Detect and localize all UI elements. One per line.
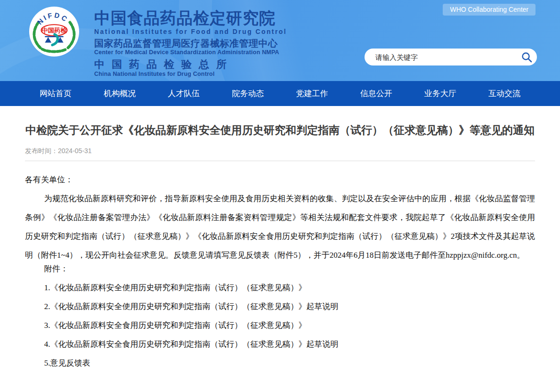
attachment-link[interactable]: 1.《化妆品新原料安全使用历史研究和判定指南（试行）（征求意见稿）》 xyxy=(25,278,535,297)
nav-item-interaction[interactable]: 互动交流 xyxy=(472,88,536,99)
notice-paragraph: 为规范化妆品新原料研究和评价，指导新原料安全使用及食用历史相关资料的收集、判定以… xyxy=(25,189,535,265)
nav-item-overview[interactable]: 机构概况 xyxy=(88,88,152,99)
search-box xyxy=(365,49,537,65)
title-divider xyxy=(25,161,535,161)
nav-item-party[interactable]: 党建工作 xyxy=(280,88,344,99)
attachment-link[interactable]: 3.《化妆品新原料安全食用历史研究和判定指南（试行）（征求意见稿）》 xyxy=(25,316,535,335)
main-nav: 网站首页 机构概况 人才队伍 院务动态 党建工作 信息公开 业务大厅 互动交流 xyxy=(0,81,560,106)
article-title: 中检院关于公开征求《化妆品新原料安全使用历史研究和判定指南（试行）（征求意见稿）… xyxy=(25,121,535,139)
svg-text:中国药检: 中国药检 xyxy=(42,27,67,34)
nav-item-home[interactable]: 网站首页 xyxy=(24,88,88,99)
publish-date: 发布时间：2024-05-31 xyxy=(25,147,535,155)
nav-item-services[interactable]: 业务大厅 xyxy=(408,88,472,99)
who-collaborating-center-badge[interactable]: WHO Collaborating Center xyxy=(443,4,536,16)
article-body: 各有关单位： 为规范化妆品新原料研究和评价，指导新原料安全使用及食用历史相关资料… xyxy=(25,171,535,373)
salutation: 各有关单位： xyxy=(25,171,535,189)
article-page: 中检院关于公开征求《化妆品新原料安全使用历史研究和判定指南（试行）（征求意见稿）… xyxy=(0,121,560,373)
institute-name-cn: 中国药品检验总所 xyxy=(94,59,287,70)
search-input[interactable] xyxy=(374,53,516,62)
search-icon xyxy=(521,52,532,63)
attachment-link[interactable]: 2.《化妆品新原料安全使用历史研究和判定指南（试行）（征求意见稿）》起草说明 xyxy=(25,297,535,316)
nifdc-logo-icon: NIFDC 中国药检 xyxy=(28,6,80,57)
nifdc-logo[interactable]: NIFDC 中国药检 xyxy=(28,6,80,57)
site-header: NIFDC 中国药检 中国食品药品检定研究院 National Institut… xyxy=(0,0,560,81)
nav-item-disclosure[interactable]: 信息公开 xyxy=(344,88,408,99)
center-name-en: Center for Medical Device Standardizatio… xyxy=(94,49,287,56)
nav-item-news[interactable]: 院务动态 xyxy=(216,88,280,99)
org-name-en: National Institutes for Food and Drug Co… xyxy=(94,28,287,35)
brand-text-block: 中国食品药品检定研究院 National Institutes for Food… xyxy=(94,10,287,77)
institute-name-en: China National Institutes for Drug Contr… xyxy=(94,71,287,77)
org-name-cn: 中国食品药品检定研究院 xyxy=(94,10,287,26)
attachment-link[interactable]: 4.《化妆品新原料安全食用历史研究和判定指南（试行）（征求意见稿）》起草说明 xyxy=(25,335,535,354)
nav-item-talent[interactable]: 人才队伍 xyxy=(152,88,216,99)
center-name-cn: 国家药品监督管理局医疗器械标准管理中心 xyxy=(94,39,287,48)
attachment-link[interactable]: 5.意见反馈表 xyxy=(25,354,535,373)
search-button[interactable] xyxy=(516,49,537,65)
